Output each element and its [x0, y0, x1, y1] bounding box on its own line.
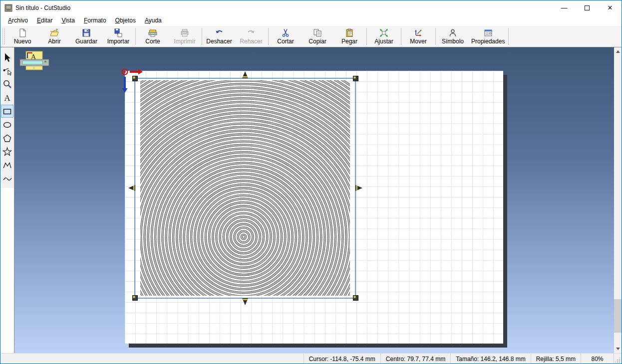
open-folder-icon: [50, 28, 59, 37]
curve-icon: [2, 174, 12, 184]
star-tool[interactable]: [1, 145, 13, 158]
window-title: Sin título - CutStudio: [15, 4, 70, 11]
toolbar-separator: [135, 28, 136, 45]
toolbar-separator: [366, 28, 367, 45]
paste-icon: [345, 28, 354, 37]
ellipse-tool[interactable]: [1, 118, 13, 131]
menu-vista[interactable]: Vista: [57, 16, 79, 25]
print-button[interactable]: Imprimir: [169, 26, 201, 47]
node-edit-tool[interactable]: [1, 64, 13, 77]
save-button[interactable]: Guardar: [70, 26, 102, 47]
cutter-machine-icon: A: [19, 51, 49, 71]
scissors-icon: [281, 28, 290, 37]
scroll-down-button[interactable]: [614, 345, 622, 353]
chevron-up-icon: [616, 50, 620, 53]
undo-icon: [215, 28, 224, 37]
cut-button[interactable]: Cortar: [270, 26, 302, 47]
zoom-tool[interactable]: [1, 78, 13, 91]
star-icon: [2, 147, 12, 157]
text-tool[interactable]: A: [1, 91, 13, 104]
toolbar: Nuevo Abrir Guardar Importar Corte Impri…: [0, 26, 622, 47]
close-button[interactable]: ✕: [599, 0, 622, 15]
scroll-up-button[interactable]: [614, 47, 622, 56]
statusbar-spacer: [0, 354, 304, 364]
polygon-tool[interactable]: [1, 132, 13, 145]
menu-editar[interactable]: Editar: [32, 16, 57, 25]
menu-archivo[interactable]: Archivo: [3, 16, 32, 25]
move-button[interactable]: Mover: [402, 26, 434, 47]
cursor-arrow-icon: [2, 52, 12, 63]
new-document-icon: [18, 28, 27, 37]
pentagon-icon: [2, 133, 12, 144]
save-floppy-icon: [82, 28, 91, 37]
status-zoom-level: 80%: [581, 354, 614, 364]
properties-button[interactable]: Propiedades: [469, 26, 507, 47]
resize-grip[interactable]: [614, 354, 622, 364]
ellipse-icon: [2, 120, 12, 130]
undo-button[interactable]: Deshacer: [203, 26, 235, 47]
fit-icon: [379, 28, 388, 37]
symbol-button[interactable]: Símbolo: [437, 26, 469, 47]
main-area: A: [0, 47, 622, 353]
maximize-button[interactable]: [576, 0, 599, 15]
copy-button[interactable]: Copiar: [302, 26, 333, 47]
menu-ayuda[interactable]: Ayuda: [140, 16, 166, 25]
toolbar-separator: [508, 28, 509, 45]
cut-job-button[interactable]: Corte: [137, 26, 169, 47]
svg-text:A: A: [4, 93, 10, 103]
scrollbar-thumb[interactable]: [614, 299, 622, 333]
toolbar-grip[interactable]: [2, 28, 5, 45]
rectangle-icon: [2, 106, 12, 117]
window-controls: — ✕: [553, 0, 622, 15]
vertical-scrollbar[interactable]: [614, 47, 622, 353]
redo-button[interactable]: Rehacer: [235, 26, 267, 47]
redo-icon: [247, 28, 256, 37]
curve-tool[interactable]: [1, 172, 13, 185]
magnifier-icon: [2, 79, 12, 90]
toolbar-separator: [202, 28, 202, 45]
text-icon: A: [2, 93, 12, 103]
toolbar-separator: [435, 28, 436, 45]
menu-bar: Archivo Editar Vista Formato Objetos Ayu…: [0, 15, 622, 26]
menu-formato[interactable]: Formato: [79, 16, 111, 25]
status-center: Centro: 79.7, 77.4 mm: [380, 354, 450, 364]
maximize-icon: [585, 5, 590, 10]
node-edit-icon: [2, 66, 12, 76]
status-grid: Rejilla: 5,5 mm: [531, 354, 581, 364]
toolbar-separator: [268, 28, 269, 45]
chevron-down-icon: [616, 348, 620, 350]
import-button[interactable]: Importar: [102, 26, 134, 47]
title-bar[interactable]: Sin título - CutStudio — ✕: [0, 0, 622, 15]
menu-objetos[interactable]: Objetos: [111, 16, 140, 25]
tool-palette: A: [0, 47, 14, 353]
app-icon: [4, 4, 12, 12]
rectangle-tool[interactable]: [1, 105, 13, 118]
new-button[interactable]: Nuevo: [6, 26, 38, 47]
select-tool[interactable]: [1, 51, 13, 64]
import-icon: [114, 28, 123, 37]
toolbar-separator: [401, 28, 401, 45]
polyline-tool[interactable]: [1, 159, 13, 172]
canvas-area[interactable]: A: [14, 47, 614, 353]
minimize-button[interactable]: —: [553, 0, 576, 15]
cutter-icon: [148, 28, 157, 37]
properties-icon: [484, 28, 493, 37]
status-cursor: Cursor: -114.8, -75.4 mm: [304, 354, 380, 364]
polyline-icon: [2, 160, 12, 171]
status-bar: Cursor: -114.8, -75.4 mm Centro: 79.7, 7…: [0, 353, 622, 364]
cutstudio-window: Sin título - CutStudio — ✕ Archivo Edita…: [0, 0, 622, 364]
symbol-person-icon: [448, 28, 457, 37]
fit-button[interactable]: Ajustar: [368, 26, 400, 47]
move-icon: [414, 28, 423, 37]
open-button[interactable]: Abrir: [38, 26, 70, 47]
status-size: Tamaño: 146.2, 146.8 mm: [450, 354, 530, 364]
design-page[interactable]: [125, 71, 503, 344]
copy-icon: [313, 28, 322, 37]
printer-icon: [180, 28, 189, 37]
paste-button[interactable]: Pegar: [333, 26, 365, 47]
